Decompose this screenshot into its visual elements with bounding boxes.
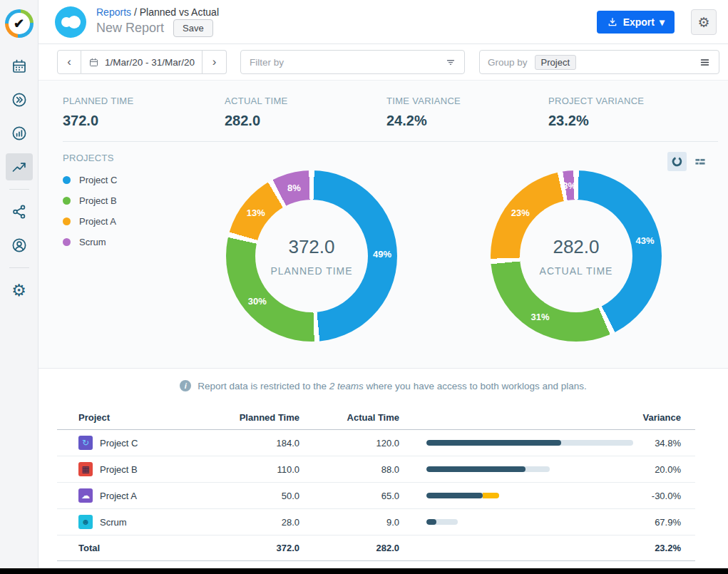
- project-cell[interactable]: ▦Project B: [57, 456, 235, 483]
- table-body: ↻Project C184.0120.034.8%▦Project B110.0…: [57, 430, 695, 535]
- column-header-variance[interactable]: Variance: [635, 406, 695, 430]
- stat-value: 24.2%: [386, 113, 548, 129]
- legend-item[interactable]: Project B: [63, 195, 117, 206]
- legend-item[interactable]: Scrum: [63, 237, 117, 247]
- table-row: ▦Project B110.088.020.0%: [57, 456, 695, 483]
- column-header-planned-time[interactable]: Planned Time: [235, 406, 314, 430]
- legend-dot: [63, 238, 71, 246]
- group-by-label: Group by: [488, 57, 528, 68]
- gear-icon: ⚙: [11, 282, 26, 299]
- bar-cell: [414, 509, 635, 535]
- stat-project-variance: PROJECT VARIANCE 23.2%: [548, 96, 710, 129]
- total-variance: 23.2%: [635, 535, 695, 561]
- donut-center-value: 372.0: [288, 236, 334, 258]
- legend-label: Scrum: [79, 237, 106, 247]
- stat-label: PROJECT VARIANCE: [548, 96, 710, 106]
- app-window: ✔: [0, 0, 728, 574]
- stat-label: TIME VARIANCE: [386, 96, 548, 106]
- stat-value: 372.0: [63, 113, 225, 129]
- donut-chart-0[interactable]: 49%30%13%8%372.0PLANNED TIME: [226, 170, 397, 342]
- slice-percent-label: 8%: [287, 183, 301, 193]
- slice-percent-label: 30%: [248, 296, 267, 307]
- trend-chart-icon: [11, 158, 28, 175]
- chart-view-toggles: [667, 152, 709, 171]
- sidebar-item-calendar[interactable]: [6, 53, 33, 80]
- project-avatar-icon: ↻: [78, 436, 93, 450]
- progress-bar: [426, 519, 458, 525]
- export-label: Export: [623, 16, 655, 28]
- main-content: Reports / Planned vs Actual New Report S…: [39, 0, 728, 574]
- sidebar-item-teams[interactable]: [6, 232, 33, 259]
- column-header-project[interactable]: Project: [57, 406, 235, 430]
- export-button[interactable]: Export ▾: [597, 11, 675, 34]
- table-view-toggle[interactable]: [690, 152, 709, 171]
- summary-stats: PLANNED TIME 372.0 ACTUAL TIME 282.0 TIM…: [39, 81, 728, 129]
- column-header-actual-time[interactable]: Actual Time: [314, 406, 414, 430]
- legend-item[interactable]: Project C: [63, 175, 117, 185]
- legend-title: PROJECTS: [63, 153, 117, 163]
- stat-value: 23.2%: [548, 113, 710, 129]
- page-header: Reports / Planned vs Actual New Report S…: [39, 0, 728, 44]
- variance-cell: 67.9%: [635, 509, 695, 535]
- stat-time-variance: TIME VARIANCE 24.2%: [386, 96, 548, 129]
- report-toolbar: ‹ 1/Mar/20 - 31/Mar/20 ›: [39, 44, 728, 80]
- filter-box: [240, 50, 465, 74]
- hamburger-menu-icon[interactable]: [699, 56, 711, 68]
- actual-time-cell: 88.0: [314, 456, 414, 483]
- next-period-button[interactable]: ›: [202, 50, 227, 74]
- project-avatar-icon: ☻: [78, 515, 93, 529]
- gear-icon: ⚙: [697, 14, 709, 31]
- date-range-control: ‹ 1/Mar/20 - 31/Mar/20 ›: [57, 50, 227, 74]
- project-cell[interactable]: ☁Project A: [57, 483, 235, 509]
- table-total-row: Total 372.0 282.0 23.2%: [57, 535, 695, 561]
- table-row: ☻Scrum28.09.067.9%: [57, 509, 695, 535]
- project-cell[interactable]: ☻Scrum: [57, 509, 235, 535]
- date-range-label: 1/Mar/20 - 31/Mar/20: [105, 57, 195, 68]
- total-actual: 282.0: [314, 535, 414, 561]
- project-name: Project B: [100, 464, 138, 475]
- settings-button[interactable]: ⚙: [691, 9, 717, 35]
- sidebar: ✔: [0, 0, 39, 574]
- report-avatar: [55, 6, 86, 38]
- stats-divider: [63, 141, 718, 142]
- legend-label: Project B: [79, 195, 117, 206]
- sidebar-item-approvals[interactable]: [6, 86, 33, 113]
- legend-label: Project C: [79, 175, 117, 185]
- calendar-icon: [88, 57, 99, 68]
- bar-cell: [414, 483, 635, 509]
- calendar-icon: [11, 58, 28, 75]
- sidebar-item-settings[interactable]: ⚙: [6, 277, 33, 304]
- total-bar-empty: [414, 535, 635, 561]
- group-by-value-chip[interactable]: Project: [535, 55, 576, 70]
- legend-dot: [63, 217, 71, 225]
- project-avatar-icon: ▦: [78, 462, 93, 476]
- tempo-logo[interactable]: ✔: [5, 9, 34, 38]
- sidebar-item-plans[interactable]: [6, 198, 33, 225]
- legend-item[interactable]: Project A: [63, 216, 117, 227]
- legend-items: Project CProject BProject AScrum: [63, 175, 117, 247]
- planned-time-cell: 28.0: [235, 509, 314, 535]
- planned-time-cell: 184.0: [235, 430, 314, 456]
- date-range-button[interactable]: 1/Mar/20 - 31/Mar/20: [81, 50, 202, 74]
- chart-section: PLANNED TIME 372.0 ACTUAL TIME 282.0 TIM…: [39, 80, 728, 369]
- previous-period-button[interactable]: ‹: [57, 50, 81, 74]
- donut-view-toggle[interactable]: [667, 152, 687, 171]
- legend-label: Project A: [79, 216, 116, 227]
- progress-bar: [426, 493, 499, 498]
- slice-percent-label: 31%: [531, 312, 550, 322]
- sidebar-item-reports-trend[interactable]: [6, 153, 33, 180]
- planned-time-cell: 110.0: [235, 456, 314, 483]
- bar-cell: [414, 456, 635, 483]
- bar-chart-circle-icon: [11, 125, 28, 142]
- donut-chart-1[interactable]: 43%31%23%3%282.0ACTUAL TIME: [491, 170, 662, 342]
- filter-input[interactable]: [248, 56, 444, 68]
- group-by-control[interactable]: Group by Project: [479, 50, 719, 74]
- breadcrumb-link-reports[interactable]: Reports: [96, 6, 131, 18]
- variance-cell: 34.8%: [635, 430, 695, 456]
- save-button[interactable]: Save: [173, 19, 213, 37]
- filter-funnel-icon[interactable]: [444, 56, 457, 68]
- sidebar-item-reports-bar[interactable]: [6, 120, 33, 147]
- slice-percent-label: 23%: [511, 207, 530, 218]
- donut-center-value: 282.0: [553, 236, 599, 258]
- project-cell[interactable]: ↻Project C: [57, 430, 235, 456]
